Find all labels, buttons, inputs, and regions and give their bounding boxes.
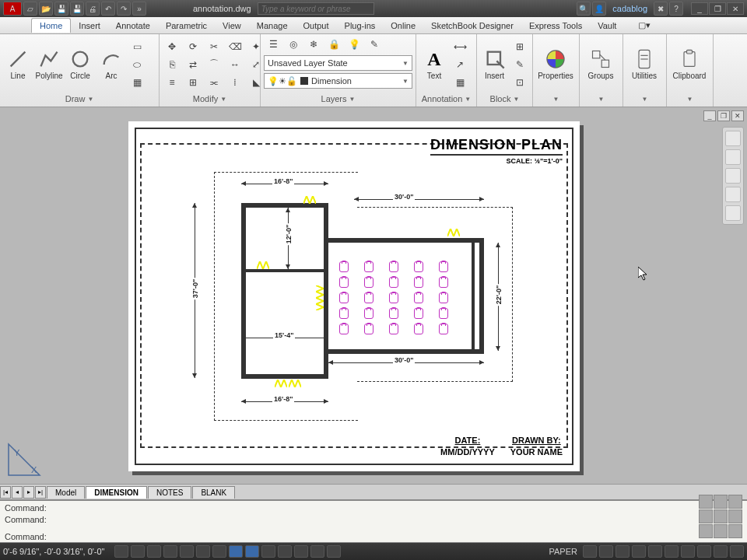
window-close-icon[interactable]: ✕ (727, 2, 744, 15)
tab-manage[interactable]: Manage (249, 19, 296, 33)
tab-output[interactable]: Output (296, 19, 337, 33)
copy-icon[interactable]: ⎘ (163, 56, 181, 73)
block-edit-icon[interactable]: ✎ (510, 56, 529, 73)
nav-orbit-icon[interactable] (725, 187, 741, 202)
properties-button[interactable]: Properties (536, 40, 575, 89)
panel-label-annotation[interactable]: Annotation▼ (419, 93, 473, 105)
ellipse-icon[interactable]: ⬭ (128, 56, 146, 73)
tab-vault[interactable]: Vault (590, 19, 624, 33)
nav-wheel-icon[interactable] (725, 131, 741, 146)
tab-plugins[interactable]: Plug-ins (337, 19, 384, 33)
qat-more-icon[interactable]: » (132, 2, 146, 16)
status-polar-icon[interactable] (180, 545, 194, 558)
tab-annotate[interactable]: Annotate (108, 19, 158, 33)
wpad-cell[interactable] (699, 495, 713, 509)
rectangle-icon[interactable]: ▭ (128, 38, 146, 55)
hatch-icon[interactable]: ▦ (128, 74, 146, 91)
status-grid-icon[interactable] (147, 545, 161, 558)
insert-button[interactable]: Insert (480, 40, 509, 89)
wpad-cell[interactable] (728, 524, 742, 538)
layer-off-icon[interactable]: 💡 (345, 36, 363, 53)
wpad-cell[interactable] (714, 509, 728, 523)
status-lwt-icon[interactable] (278, 545, 292, 558)
status-qview-icon[interactable] (599, 545, 613, 558)
wpad-cell[interactable] (728, 495, 742, 509)
status-qlayout-icon[interactable] (615, 545, 630, 558)
layer-current-combo[interactable]: 💡 ☀ 🔓 Dimension▼ (264, 73, 412, 89)
panel-label-properties[interactable]: ▼ (536, 93, 576, 105)
fillet-icon[interactable]: ⌒ (205, 56, 223, 73)
panel-label-modify[interactable]: Modify▼ (163, 93, 257, 105)
username[interactable]: cadablog (612, 4, 647, 13)
exchange-icon[interactable]: ✖ (654, 2, 668, 16)
window-restore-icon[interactable]: ❐ (709, 2, 726, 15)
status-toolbar-icon[interactable] (681, 545, 695, 558)
layer-state-combo[interactable]: Unsaved Layer State▼ (264, 55, 412, 71)
status-osnap-icon[interactable] (196, 545, 210, 558)
erase-icon[interactable]: ⌫ (226, 38, 244, 55)
status-annoscale-icon[interactable] (632, 545, 646, 558)
panel-label-layers[interactable]: Layers▼ (264, 93, 412, 105)
status-snap-icon[interactable] (131, 545, 145, 558)
status-clean-icon[interactable] (730, 545, 744, 558)
status-otrack-icon[interactable] (229, 545, 243, 558)
tab-home[interactable]: Home (31, 18, 71, 33)
stretch-icon[interactable]: ↔ (226, 56, 244, 73)
dimension-icon[interactable]: ⟷ (451, 38, 469, 55)
panel-label-draw[interactable]: Draw▼ (3, 93, 156, 105)
qat-saveas-icon[interactable]: 💾 (70, 2, 84, 16)
command-prompt[interactable]: Command: (5, 531, 742, 543)
tab-online[interactable]: Online (383, 19, 423, 33)
coordinates-readout[interactable]: 0'-6 9/16", -0'-0 3/16", 0'-0" (3, 547, 112, 556)
status-dyn-icon[interactable] (261, 545, 275, 558)
nav-showmotion-icon[interactable] (725, 205, 741, 221)
nav-pan-icon[interactable] (725, 149, 741, 165)
qat-open-icon[interactable]: 📂 (39, 2, 53, 16)
offset-icon[interactable]: ≡ (163, 74, 181, 91)
wpad-cell[interactable] (699, 509, 713, 523)
layer-lock-icon[interactable]: 🔒 (324, 36, 343, 53)
tab-nav-next-icon[interactable]: ▸ (23, 486, 34, 499)
layer-props-icon[interactable]: ☰ (264, 36, 282, 53)
status-sc-icon[interactable] (327, 545, 341, 558)
move-icon[interactable]: ✥ (163, 38, 181, 55)
layout-tab-blank[interactable]: BLANK (192, 486, 235, 499)
status-infer-icon[interactable] (114, 545, 128, 558)
search-icon[interactable]: 🔍 (577, 2, 591, 16)
window-minimize-icon[interactable]: _ (691, 2, 708, 15)
status-3dosnap-icon[interactable] (212, 545, 226, 558)
tab-express[interactable]: Express Tools (521, 19, 590, 33)
help-icon[interactable]: ? (669, 2, 683, 16)
leader-icon[interactable]: ↗ (451, 56, 469, 73)
help-search-input[interactable] (258, 2, 374, 15)
tab-parametric[interactable]: Parametric (158, 19, 215, 33)
help-search[interactable] (258, 2, 374, 15)
block-create-icon[interactable]: ⊞ (510, 38, 529, 55)
layer-freeze-icon[interactable]: ❄ (304, 36, 323, 53)
wpad-cell[interactable] (728, 509, 742, 523)
qat-plot-icon[interactable]: 🖨 (86, 2, 100, 16)
drawing-canvas[interactable]: _ ❐ ✕ DIMENSION PLAN SCALE: ⅛"=1'-0" (0, 107, 747, 484)
tab-nav-prev-icon[interactable]: ◂ (12, 486, 23, 499)
tab-sketchbook[interactable]: SketchBook Designer (423, 19, 521, 33)
qat-redo-icon[interactable]: ↷ (117, 2, 131, 16)
status-model-icon[interactable] (583, 545, 597, 558)
tab-view[interactable]: View (215, 19, 249, 33)
layer-match-icon[interactable]: ✎ (365, 36, 384, 53)
tab-nav-first-icon[interactable]: |◂ (0, 486, 11, 499)
layer-iso-icon[interactable]: ◎ (284, 36, 303, 53)
status-annovis-icon[interactable] (648, 545, 662, 558)
doc-close-icon[interactable]: ✕ (731, 110, 744, 121)
status-iso-icon[interactable] (714, 545, 728, 558)
polyline-button[interactable]: Polyline (34, 40, 64, 89)
arc-button[interactable]: Arc (96, 40, 126, 89)
space-indicator[interactable]: PAPER (549, 547, 577, 556)
panel-label-block[interactable]: Block▼ (480, 93, 529, 105)
array-icon[interactable]: ⊞ (184, 74, 202, 91)
qat-save-icon[interactable]: 💾 (54, 2, 68, 16)
status-ortho-icon[interactable] (163, 545, 177, 558)
qat-new-icon[interactable]: ▱ (23, 2, 37, 16)
tab-nav-last-icon[interactable]: ▸| (35, 486, 46, 499)
utilities-button[interactable]: Utilities (626, 40, 662, 89)
layout-tab-notes[interactable]: NOTES (148, 486, 191, 499)
